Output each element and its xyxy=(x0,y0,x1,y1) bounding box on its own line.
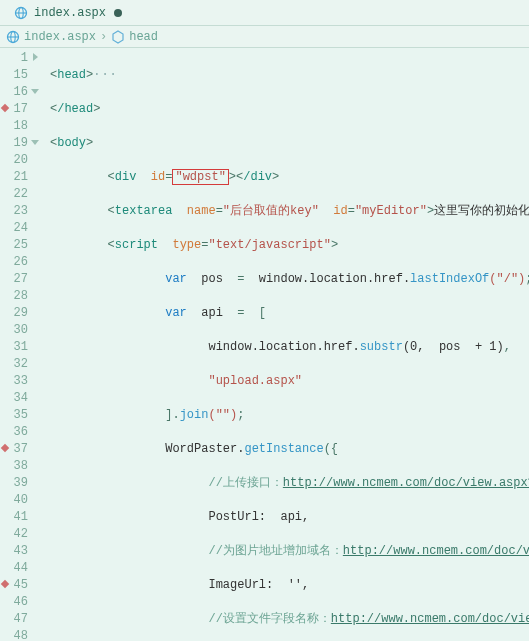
line-gutter: 1 15 16 17 18 19 20 21 22 23 24 25 26 27… xyxy=(0,48,34,641)
breadcrumb-file[interactable]: index.aspx xyxy=(24,30,96,44)
tab-index-aspx[interactable]: index.aspx xyxy=(4,3,132,23)
tab-label: index.aspx xyxy=(34,6,106,20)
editor: 1 15 16 17 18 19 20 21 22 23 24 25 26 27… xyxy=(0,48,529,641)
breadcrumb: index.aspx › head xyxy=(0,26,529,48)
symbol-icon xyxy=(111,30,125,44)
code-area[interactable]: <head>··· </head> <body> <div id="wdpst"… xyxy=(34,48,529,641)
breadcrumb-symbol[interactable]: head xyxy=(129,30,158,44)
dirty-indicator-icon xyxy=(114,9,122,17)
chevron-right-icon: › xyxy=(100,30,107,44)
file-icon xyxy=(14,6,28,20)
tab-bar: index.aspx xyxy=(0,0,529,26)
file-icon xyxy=(6,30,20,44)
